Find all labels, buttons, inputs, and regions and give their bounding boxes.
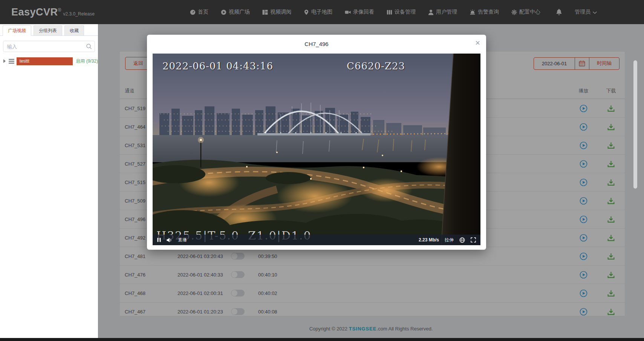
nav-item-alarm[interactable]: 告警查询: [470, 9, 499, 15]
top-nav: EasyCVR® v2.3.0_Release 首页 视频广场 视频调阅 电子地…: [0, 0, 644, 24]
tree-node-status: 启用 (9/32): [76, 58, 98, 65]
modal-title: CH7_496: [147, 35, 486, 54]
app-logo: EasyCVR® v2.3.0_Release: [0, 6, 95, 18]
registered-mark: ®: [58, 8, 61, 13]
user-menu-label: 管理员: [575, 9, 590, 15]
map-icon: [304, 9, 309, 15]
web-globe-icon[interactable]: [459, 237, 465, 243]
search-icon[interactable]: [86, 43, 92, 51]
stretch-button[interactable]: 拉伸: [445, 237, 454, 243]
fullscreen-icon[interactable]: [471, 237, 476, 243]
alarm-icon: [470, 9, 476, 15]
bitrate-label: 2.23 Mb/s: [419, 237, 439, 243]
playback-icon: [345, 9, 351, 15]
tree-node-device-group[interactable]: testtt 启用 (9/32): [0, 57, 98, 66]
app-version: v2.3.0_Release: [63, 11, 94, 17]
notification-bell-button[interactable]: [556, 9, 562, 15]
nav-item-video-review[interactable]: 视频调阅: [262, 9, 291, 15]
nav-item-emap[interactable]: 电子地图: [304, 9, 332, 15]
nav-item-config[interactable]: 配置中心: [511, 9, 540, 15]
tree-node-label[interactable]: testtt: [17, 57, 73, 65]
sidebar-tabs: 广场视频 分组列表 收藏: [0, 24, 98, 36]
app-name: EasyCVR: [11, 6, 58, 18]
chevron-down-icon: [593, 9, 597, 15]
video-osd-camera-id: C6620-Z23: [347, 60, 405, 72]
tree-expand-caret-icon[interactable]: [3, 59, 6, 63]
pause-icon[interactable]: [157, 238, 161, 242]
search-input[interactable]: [3, 41, 95, 52]
server-icon: [9, 59, 14, 64]
live-label: 直播: [178, 237, 187, 243]
user-menu[interactable]: 管理员: [575, 9, 597, 15]
sidebar: 广场视频 分组列表 收藏 testtt 启用 (9/32): [0, 24, 98, 338]
tab-group-list[interactable]: 分组列表: [34, 25, 62, 35]
user-icon: [428, 9, 434, 15]
video-plaza-icon: [221, 9, 226, 15]
page-scrollbar-thumb[interactable]: [633, 60, 637, 189]
nav-item-home[interactable]: 首页: [190, 9, 208, 15]
nav-item-user-mgmt[interactable]: 用户管理: [428, 9, 457, 15]
video-osd-timestamp: 2022-06-01 04:43:16: [162, 60, 273, 72]
tab-plaza-video[interactable]: 广场视频: [3, 25, 31, 36]
dashboard-icon: [190, 9, 196, 15]
tab-favorites[interactable]: 收藏: [64, 25, 84, 35]
bell-icon: [556, 9, 562, 15]
config-icon: [511, 9, 517, 15]
volume-icon[interactable]: [167, 238, 172, 243]
video-frame-image: [153, 54, 480, 245]
player-control-bar: 直播 2.23 Mb/s 拉伸: [153, 235, 480, 245]
nav-item-device[interactable]: 设备管理: [387, 9, 416, 15]
video-player[interactable]: 2022-06-01 04:43:16 C6620-Z23 H325.5|T-5…: [153, 54, 480, 245]
nav-item-playback[interactable]: 录像回看: [345, 9, 374, 15]
device-icon: [387, 9, 392, 15]
bottom-strip: [0, 338, 644, 341]
close-icon[interactable]: ×: [475, 39, 480, 47]
nav-item-video-plaza[interactable]: 视频广场: [221, 9, 250, 15]
video-review-icon: [262, 9, 268, 15]
video-preview-modal: CH7_496 ×: [147, 35, 486, 250]
